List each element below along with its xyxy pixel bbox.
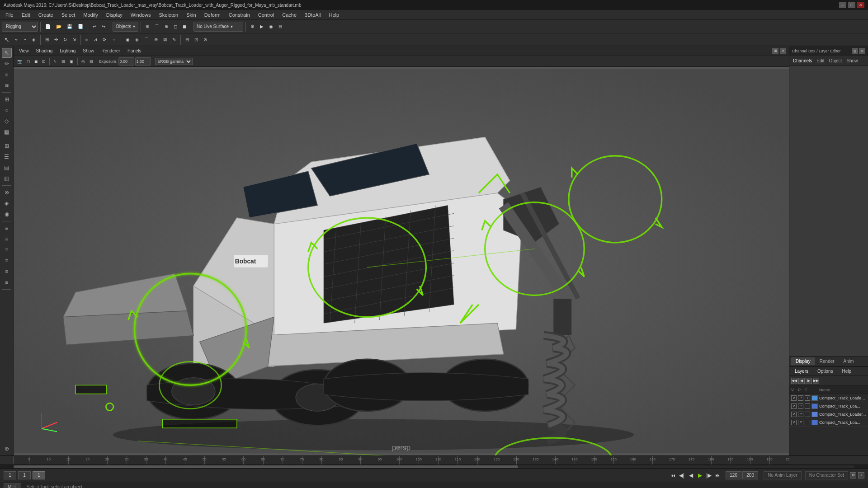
layers-subtab[interactable]: Layers <box>791 368 812 375</box>
paint-select-button[interactable]: ⚬ <box>21 35 29 45</box>
ik-handle-button[interactable]: ◈ <box>133 35 141 45</box>
menu-item-skeleton[interactable]: Skeleton <box>155 11 182 19</box>
maximize-button[interactable]: □ <box>848 2 855 8</box>
render-settings-button[interactable]: ⚙ <box>248 22 257 32</box>
vp-show-menu[interactable]: Show <box>80 47 97 54</box>
layer-playback-toggle[interactable]: P <box>798 395 803 401</box>
marker-field[interactable]: 1 <box>33 471 45 479</box>
layer-type-toggle[interactable]: T <box>805 395 810 401</box>
char-set-options-button[interactable]: ⚙ <box>850 472 856 479</box>
menu-item-skin[interactable]: Skin <box>183 11 199 19</box>
smooth-button[interactable]: ◼ <box>33 57 39 66</box>
exposure-input[interactable] <box>118 57 134 66</box>
move-button[interactable]: ✛ <box>52 35 60 45</box>
menu-item-edit[interactable]: Edit <box>18 11 34 19</box>
range-start-input[interactable] <box>4 471 16 479</box>
anim-tab[interactable]: Anim <box>839 357 859 365</box>
play-back-button[interactable]: ◀ <box>687 471 695 479</box>
timeline-scroll-thumb[interactable] <box>14 465 518 468</box>
vertex-mode-button[interactable]: ○ <box>2 105 12 115</box>
vp-shading-menu[interactable]: Shading <box>33 47 56 54</box>
prev-keyframe-button[interactable]: ◀◀ <box>791 378 797 384</box>
edit-tab[interactable]: Edit <box>815 57 826 64</box>
outliner-button[interactable]: ☰ <box>2 152 12 162</box>
layer-type-toggle[interactable] <box>805 404 810 409</box>
layer-visibility-toggle[interactable]: V <box>791 395 797 401</box>
gamma-input[interactable] <box>135 57 151 66</box>
render-tab[interactable]: Render <box>815 357 839 365</box>
menu-item-file[interactable]: File <box>2 11 17 19</box>
rp-float-button[interactable]: ⊞ <box>852 48 858 54</box>
show-manip-button[interactable]: ⊟ <box>183 35 191 45</box>
layer-row[interactable]: V P Compact_Track_Loa... <box>789 402 868 410</box>
save-button[interactable]: 💾 <box>65 22 75 32</box>
cluster-button[interactable]: ⊕ <box>152 35 160 45</box>
soft-mod-button[interactable]: ⌾ <box>83 35 90 45</box>
layer-color-swatch[interactable] <box>811 395 818 401</box>
rotate-component-button[interactable]: ⟳ <box>100 35 108 45</box>
vp-float-button[interactable]: ⊞ <box>772 48 778 54</box>
current-frame-input[interactable] <box>18 471 31 479</box>
scale-component-button[interactable]: ↔ <box>109 35 118 45</box>
menu-item-3dtoall[interactable]: 3DtoAll <box>301 11 324 19</box>
menu-item-modify[interactable]: Modify <box>80 11 101 19</box>
layer-row[interactable]: V P Compact_Track_Loader... <box>789 410 868 418</box>
vp-panels-menu[interactable]: Panels <box>125 47 144 54</box>
layer-playback-toggle[interactable]: P <box>798 404 803 409</box>
menu-item-deform[interactable]: Deform <box>201 11 224 19</box>
menu-item-help[interactable]: Help <box>326 11 343 19</box>
lt-bottom-button[interactable]: ⊕ <box>2 444 12 454</box>
next-keyframe-button[interactable]: ▶▶ <box>813 378 819 384</box>
next-keyframe-transport-button[interactable]: |▶ <box>705 471 713 479</box>
display-tab[interactable]: Display <box>791 357 815 365</box>
range-end-input[interactable] <box>726 471 741 479</box>
ipr-button[interactable]: ◉ <box>267 22 275 32</box>
layer-playback-toggle[interactable]: P <box>798 412 803 417</box>
snap-surface-button[interactable]: ◻ <box>171 22 179 32</box>
rp-close-button[interactable]: ✕ <box>859 48 865 54</box>
layer-color-swatch[interactable] <box>811 420 818 425</box>
transform-button[interactable]: ⊞ <box>43 35 51 45</box>
layer-type-toggle[interactable] <box>805 420 810 425</box>
select-vp-button[interactable]: ↖ <box>52 57 59 66</box>
layer-row[interactable]: V P T Compact_Track_Loader_Bo... <box>789 394 868 402</box>
undo-button[interactable]: ↩ <box>90 22 99 32</box>
attr-editor-button[interactable]: ▥ <box>2 174 12 183</box>
select-mode-button[interactable]: ↖ <box>2 48 12 58</box>
menu-item-control[interactable]: Control <box>255 11 278 19</box>
help-subtab[interactable]: Help <box>838 368 855 375</box>
xray-button[interactable]: ⊡ <box>40 57 47 66</box>
minimize-button[interactable]: – <box>839 2 846 8</box>
lt-misc2-button[interactable]: ≡ <box>2 234 12 244</box>
total-end-input[interactable] <box>742 471 758 479</box>
save-scene-button[interactable]: 📑 <box>75 22 85 32</box>
rotate-button[interactable]: ↻ <box>61 35 69 45</box>
face-mode-button[interactable]: ▦ <box>2 127 12 137</box>
edge-mode-button[interactable]: ◇ <box>2 116 12 126</box>
timeline-scroll[interactable] <box>0 465 868 468</box>
smear-button[interactable]: ≋ <box>2 80 12 90</box>
close-button[interactable]: ✕ <box>857 2 864 8</box>
vp-lighting-menu[interactable]: Lighting <box>57 47 78 54</box>
paint-weight-button[interactable]: ✎ <box>170 35 178 45</box>
layer-visibility-toggle[interactable]: V <box>791 420 797 425</box>
new-scene-button[interactable]: 📄 <box>43 22 53 32</box>
isolate-button[interactable]: ◎ <box>80 57 87 66</box>
objects-selector[interactable]: Objects ▾ <box>113 22 138 32</box>
menu-item-constrain[interactable]: Constrain <box>225 11 254 19</box>
vp-view-menu[interactable]: View <box>16 47 32 54</box>
component-mode-button[interactable]: ⊞ <box>2 94 12 104</box>
wireframe-button[interactable]: ◻ <box>25 57 32 66</box>
show-tab[interactable]: Show <box>844 57 859 64</box>
no-live-surface-selector[interactable]: No Live Surface ▾ <box>193 22 243 32</box>
prev-keyframe-transport-button[interactable]: ◀| <box>678 471 686 479</box>
mode-dropdown[interactable]: Rigging <box>2 22 38 32</box>
render-button[interactable]: ▶ <box>258 22 266 32</box>
object-tab[interactable]: Object <box>827 57 844 64</box>
redo-button[interactable]: ↪ <box>99 22 108 32</box>
paint-tool-button[interactable]: ✏ <box>2 59 12 69</box>
move-normal-button[interactable]: ⊿ <box>91 35 99 45</box>
lt-misc6-button[interactable]: ≡ <box>2 277 12 287</box>
menu-item-display[interactable]: Display <box>103 11 126 19</box>
pivot-button[interactable]: ⊘ <box>201 35 209 45</box>
